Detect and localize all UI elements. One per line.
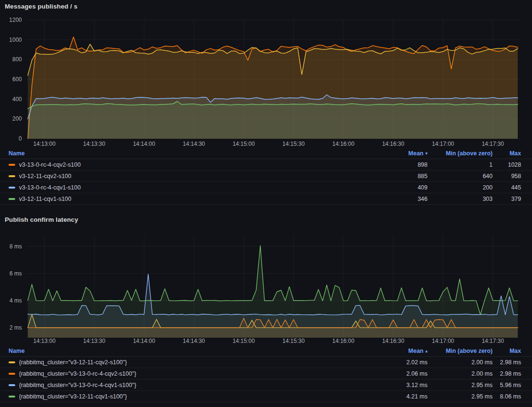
legend-header-row: Name Mean▾ Min (above zero) Max <box>0 148 532 159</box>
legend-mean-value: 3.12 ms <box>363 382 428 388</box>
legend-row[interactable]: v3-13-0-rc-4-cqv2-s10089811028 <box>0 159 532 170</box>
x-axis-tick-label: 14:13:30 <box>83 338 105 344</box>
legend-row[interactable]: v3-13-0-rc-4-cqv1-s100409200445 <box>0 182 532 193</box>
legend-column-mean[interactable]: Mean▴ <box>363 348 428 354</box>
legend-series-name: v3-12-11-cqv2-s100 <box>19 173 71 180</box>
series-color-swatch-icon <box>9 396 15 398</box>
series-color-swatch-icon <box>9 175 15 177</box>
x-axis-tick-label: 14:14:00 <box>133 141 155 147</box>
legend-column-max[interactable]: Max <box>493 150 521 157</box>
series-color-swatch-icon <box>9 373 15 375</box>
y-axis-tick-label: 4 ms <box>10 297 22 304</box>
x-axis-tick-label: 14:13:00 <box>33 141 56 147</box>
legend-min-value: 1 <box>428 161 493 168</box>
series-color-swatch-icon <box>9 198 15 200</box>
series-color-swatch-icon <box>9 361 15 363</box>
legend-series-name: {rabbitmq_cluster="v3-12-11-cqv2-s100"} <box>19 359 127 366</box>
legend-mean-value: 346 <box>363 196 428 202</box>
sort-caret-icon: ▴ <box>425 349 428 353</box>
legend-column-name[interactable]: Name <box>9 348 363 354</box>
legend-mean-value: 2.06 ms <box>363 370 428 377</box>
series-area <box>28 102 518 139</box>
x-axis-tick-label: 14:15:30 <box>283 338 305 344</box>
legend-series-name: {rabbitmq_cluster="v3-13-0-rc-4-cqv1-s10… <box>19 382 136 388</box>
panel-publish-confirm-latency: Publish confirm latency 2 ms4 ms6 ms8 ms… <box>0 205 532 402</box>
legend-row[interactable]: {rabbitmq_cluster="v3-12-11-cqv2-s100"}2… <box>0 357 532 368</box>
legend-series-toggle[interactable]: {rabbitmq_cluster="v3-12-11-cqv2-s100"} <box>9 359 363 366</box>
legend-min-value: 2.00 ms <box>428 370 493 377</box>
x-axis-tick-label: 14:17:00 <box>432 338 454 344</box>
legend-mean-value: 885 <box>363 173 428 180</box>
x-axis-tick-label: 14:15:00 <box>233 141 255 147</box>
legend-max-value: 379 <box>493 196 521 202</box>
legend-max-value: 5.96 ms <box>493 382 521 388</box>
legend-series-name: v3-13-0-rc-4-cqv1-s100 <box>19 184 81 191</box>
legend-column-max[interactable]: Max <box>493 348 521 354</box>
chart-plot-area[interactable] <box>28 246 518 338</box>
panel-title-messages-published[interactable]: Messages published / s <box>0 0 532 12</box>
legend-min-value: 200 <box>428 184 493 191</box>
x-axis-tick-label: 14:13:00 <box>33 338 56 344</box>
legend-column-name[interactable]: Name <box>9 150 363 157</box>
panel-messages-published: Messages published / s 02004006008001000… <box>0 0 532 205</box>
legend-header-row: Name Mean▴ Min (above zero) Max <box>0 345 532 357</box>
legend-series-toggle[interactable]: v3-12-11-cqv1-s100 <box>9 196 363 202</box>
legend-row[interactable]: v3-12-11-cqv2-s100885640958 <box>0 170 532 182</box>
x-axis-tick-label: 14:15:00 <box>233 338 255 344</box>
chart-plot-area[interactable] <box>28 37 518 139</box>
legend-row[interactable]: {rabbitmq_cluster="v3-13-0-rc-4-cqv2-s10… <box>0 368 532 379</box>
y-axis-tick-label: 200 <box>12 115 22 122</box>
legend-series-toggle[interactable]: v3-13-0-rc-4-cqv1-s100 <box>9 184 363 191</box>
legend-series-toggle[interactable]: {rabbitmq_cluster="v3-13-0-rc-4-cqv2-s10… <box>9 370 363 377</box>
y-axis-tick-label: 800 <box>12 56 22 63</box>
x-axis-tick-label: 14:14:30 <box>183 338 205 344</box>
messages-published-legend: Name Mean▾ Min (above zero) Max v3-13-0-… <box>0 148 532 205</box>
legend-series-toggle[interactable]: {rabbitmq_cluster="v3-12-11-cqv1-s100"} <box>9 393 363 400</box>
y-axis-tick-label: 0 <box>19 135 22 142</box>
legend-series-toggle[interactable]: v3-13-0-rc-4-cqv2-s100 <box>9 161 363 168</box>
x-axis-tick-label: 14:17:30 <box>482 141 504 147</box>
legend-series-toggle[interactable]: {rabbitmq_cluster="v3-13-0-rc-4-cqv1-s10… <box>9 382 363 388</box>
legend-max-value: 958 <box>493 173 521 180</box>
y-axis-tick-label: 400 <box>12 96 22 103</box>
x-axis-tick-label: 14:16:00 <box>332 141 354 147</box>
legend-row[interactable]: v3-12-11-cqv1-s100346303379 <box>0 193 532 205</box>
x-axis-tick-label: 14:17:00 <box>432 141 454 147</box>
messages-published-chart[interactable]: 02004006008001000120014:13:0014:13:3014:… <box>0 12 532 148</box>
legend-mean-value: 409 <box>363 184 428 191</box>
series-color-swatch-icon <box>9 187 15 189</box>
legend-column-min[interactable]: Min (above zero) <box>428 150 493 157</box>
legend-rows: v3-13-0-rc-4-cqv2-s10089811028v3-12-11-c… <box>0 159 532 205</box>
legend-row[interactable]: {rabbitmq_cluster="v3-13-0-rc-4-cqv1-s10… <box>0 379 532 391</box>
publish-confirm-latency-chart[interactable]: 2 ms4 ms6 ms8 ms14:13:0014:13:3014:14:00… <box>0 226 532 345</box>
x-axis-tick-label: 14:16:00 <box>332 338 354 344</box>
legend-rows: {rabbitmq_cluster="v3-12-11-cqv2-s100"}2… <box>0 357 532 402</box>
legend-series-toggle[interactable]: v3-12-11-cqv2-s100 <box>9 173 363 180</box>
legend-max-value: 1028 <box>493 161 521 168</box>
panel-title-publish-confirm-latency[interactable]: Publish confirm latency <box>0 205 532 226</box>
y-axis-tick-label: 600 <box>12 76 22 83</box>
x-axis-tick-label: 14:16:30 <box>382 338 404 344</box>
y-axis-tick-label: 6 ms <box>10 270 22 277</box>
x-axis-tick-label: 14:14:00 <box>133 338 155 344</box>
legend-min-value: 2.95 ms <box>428 393 493 400</box>
legend-column-min[interactable]: Min (above zero) <box>428 348 493 354</box>
x-axis-tick-label: 14:14:30 <box>183 141 205 147</box>
publish-confirm-latency-legend: Name Mean▴ Min (above zero) Max {rabbitm… <box>0 345 532 402</box>
y-axis-tick-label: 8 ms <box>10 243 22 250</box>
legend-mean-value: 898 <box>363 161 428 168</box>
y-axis-tick-label: 1200 <box>9 17 22 23</box>
legend-column-mean[interactable]: Mean▾ <box>363 150 428 157</box>
legend-mean-value: 4.21 ms <box>363 393 428 400</box>
legend-min-value: 640 <box>428 173 493 180</box>
legend-row[interactable]: {rabbitmq_cluster="v3-12-11-cqv1-s100"}4… <box>0 391 532 402</box>
legend-series-name: v3-12-11-cqv1-s100 <box>19 196 71 202</box>
x-axis-tick-label: 14:15:30 <box>283 141 305 147</box>
legend-series-name: {rabbitmq_cluster="v3-13-0-rc-4-cqv2-s10… <box>19 370 136 377</box>
legend-max-value: 2.98 ms <box>493 370 521 377</box>
legend-max-value: 2.98 ms <box>493 359 521 366</box>
legend-min-value: 2.95 ms <box>428 382 493 388</box>
sort-caret-icon: ▾ <box>425 151 428 156</box>
x-axis-tick-label: 14:17:30 <box>482 338 504 344</box>
series-color-swatch-icon <box>9 164 15 166</box>
